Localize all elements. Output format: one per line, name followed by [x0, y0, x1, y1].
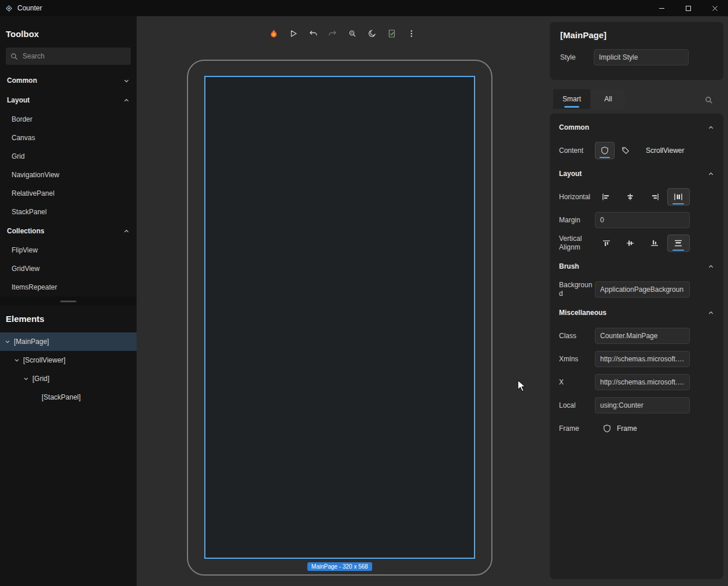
align-right-button[interactable]: [643, 188, 666, 206]
align-bottom-button[interactable]: [643, 235, 666, 252]
hot-reload-flame-icon[interactable]: [266, 25, 282, 42]
design-canvas: MainPage - 320 x 568: [137, 16, 549, 586]
validate-check-icon[interactable]: [384, 25, 400, 42]
toolbox-search-input[interactable]: [23, 52, 126, 60]
tab-smart[interactable]: Smart: [553, 89, 590, 109]
tree-item-mainpage[interactable]: [MainPage]: [0, 332, 137, 351]
frame-row: Frame Frame: [550, 417, 723, 440]
xmlns-row: Xmlns: [550, 347, 723, 371]
toolbox-section-collections[interactable]: Collections: [0, 221, 137, 241]
toolbox-item-border[interactable]: Border: [0, 110, 137, 129]
toolbox-search[interactable]: [6, 47, 131, 65]
chevron-up-icon: [708, 263, 714, 270]
background-input[interactable]: [595, 281, 690, 298]
toolbox-item-flipview[interactable]: FlipView: [0, 241, 137, 259]
section-common[interactable]: Common: [550, 116, 723, 139]
mouse-cursor: [517, 380, 529, 393]
left-sidebar: Toolbox Common Layout: [0, 16, 137, 586]
frame-value[interactable]: Frame: [595, 424, 637, 433]
section-brush[interactable]: Brush: [550, 255, 723, 278]
toolbox-item-grid[interactable]: Grid: [0, 147, 137, 166]
tree-item-stackpanel[interactable]: [StackPanel]: [0, 388, 137, 406]
toolbox-panel: Toolbox Common Layout: [0, 16, 137, 296]
window-title: Counter: [17, 4, 42, 12]
tag-icon: [622, 146, 630, 155]
toolbox-section-layout[interactable]: Layout: [0, 90, 137, 110]
properties-search-icon[interactable]: [705, 96, 713, 104]
toolbox-item-canvas[interactable]: Canvas: [0, 129, 137, 147]
elements-panel: Elements [MainPage] [ScrollViewer]: [0, 306, 137, 586]
section-miscellaneous[interactable]: Miscellaneous: [550, 301, 723, 324]
align-center-v-button[interactable]: [619, 235, 642, 252]
window-controls: [648, 0, 728, 16]
app-logo-icon: [5, 5, 13, 12]
horizontal-alignment-label: Horizontal: [559, 193, 594, 202]
theme-toggle-moon-icon[interactable]: [364, 25, 380, 42]
maximize-button[interactable]: [675, 0, 701, 16]
selected-element-title: [MainPage]: [560, 30, 713, 40]
class-row: Class: [550, 324, 723, 347]
local-label: Local: [559, 401, 594, 410]
property-inspector: [MainPage] Style Smart All Common Cont: [549, 16, 728, 586]
x-input[interactable]: [595, 374, 690, 390]
align-center-h-button[interactable]: [619, 188, 642, 206]
chevron-down-icon[interactable]: [23, 376, 29, 382]
margin-label: Margin: [559, 216, 594, 225]
chevron-down-icon: [123, 78, 130, 84]
local-row: Local: [550, 394, 723, 417]
redo-icon[interactable]: [325, 25, 341, 42]
toolbox-section-common[interactable]: Common: [0, 71, 137, 90]
vertical-alignment-label: Vertical Alignm: [559, 235, 594, 252]
tree-item-scrollviewer[interactable]: [ScrollViewer]: [0, 351, 137, 369]
zoom-fit-icon[interactable]: [344, 25, 361, 42]
toolbox-item-stackpanel[interactable]: StackPanel: [0, 203, 137, 221]
page-size-badge: MainPage - 320 x 568: [307, 562, 372, 571]
play-icon[interactable]: [285, 25, 302, 42]
margin-input[interactable]: [595, 212, 690, 228]
more-options-icon[interactable]: [403, 25, 420, 42]
horizontal-alignment-row: Horizontal: [550, 185, 723, 208]
xmlns-label: Xmlns: [559, 355, 594, 364]
content-element-toggle[interactable]: [595, 142, 615, 159]
align-stretch-h-button[interactable]: [667, 188, 690, 206]
toolbox-item-gridview[interactable]: GridView: [0, 259, 137, 278]
chevron-down-icon[interactable]: [14, 357, 20, 363]
x-label: X: [559, 378, 594, 387]
chevron-up-icon: [123, 228, 130, 235]
elements-title: Elements: [0, 310, 137, 327]
chevron-down-icon[interactable]: [5, 339, 10, 345]
xmlns-input[interactable]: [595, 351, 690, 367]
style-label: Style: [560, 53, 594, 62]
toolbox-item-itemsrepeater[interactable]: ItemsRepeater: [0, 278, 137, 296]
sidebar-splitter[interactable]: [0, 296, 137, 306]
content-row: Content ScrollViewer: [550, 139, 723, 162]
close-button[interactable]: [701, 0, 728, 16]
style-row: Style: [560, 49, 713, 65]
content-value[interactable]: ScrollViewer: [646, 146, 684, 155]
content-label: Content: [559, 146, 594, 155]
vertical-alignment-group: [595, 235, 690, 252]
toolbox-item-navigationview[interactable]: NavigationView: [0, 166, 137, 184]
chevron-up-icon: [708, 124, 714, 131]
mainpage-selection[interactable]: [204, 76, 475, 559]
tab-all[interactable]: All: [591, 89, 625, 109]
tree-item-grid[interactable]: [Grid]: [0, 369, 137, 388]
undo-icon[interactable]: [305, 25, 321, 42]
local-input[interactable]: [595, 397, 690, 413]
section-layout[interactable]: Layout: [550, 162, 723, 185]
horizontal-alignment-group: [595, 188, 690, 206]
vertical-alignment-row: Vertical Alignm: [550, 232, 723, 255]
align-top-button[interactable]: [595, 235, 618, 252]
splitter-grip-handle[interactable]: [60, 301, 76, 302]
align-left-button[interactable]: [595, 188, 618, 206]
properties-card: Common Content ScrollViewer: [550, 113, 723, 579]
toolbox-item-relativepanel[interactable]: RelativePanel: [0, 184, 137, 203]
style-input[interactable]: [594, 49, 689, 65]
toolbox-title: Toolbox: [0, 25, 137, 42]
selection-header-card: [MainPage] Style: [550, 22, 723, 80]
align-stretch-v-button[interactable]: [667, 235, 690, 252]
class-input[interactable]: [595, 328, 690, 344]
content-tag-toggle[interactable]: [616, 142, 635, 159]
minimize-button[interactable]: [648, 0, 675, 16]
background-row: Background: [550, 278, 723, 301]
